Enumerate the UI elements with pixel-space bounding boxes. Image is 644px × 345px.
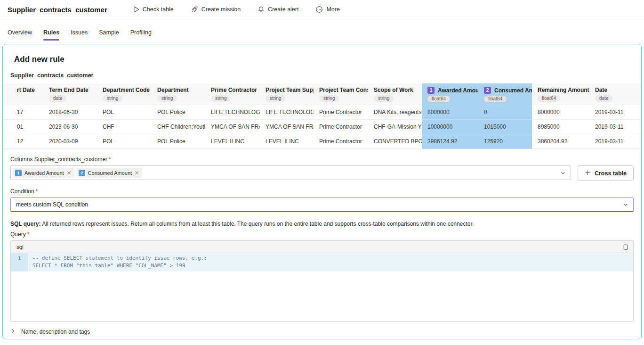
plus-icon xyxy=(585,170,591,177)
table-cell: Prime Contractor xyxy=(314,134,368,149)
column-type-badge: string xyxy=(319,95,339,102)
table-cell: 0 xyxy=(478,105,532,120)
tab-sample[interactable]: Sample xyxy=(99,29,119,41)
required-asterisk: * xyxy=(27,231,30,238)
column-type-badge: date xyxy=(49,95,66,102)
column-header: Term End Datedate xyxy=(43,83,97,105)
column-name: Remaining Amount xyxy=(538,87,589,93)
query-field-label: Query* xyxy=(10,231,634,238)
chip-label: Consumed Amount xyxy=(88,170,132,176)
more-circle-icon xyxy=(315,6,323,13)
page-title: Supplier_contracts_customer xyxy=(8,6,107,14)
table-cell: 2019-03-11 xyxy=(589,120,642,134)
column-header: Scope of Workstring xyxy=(368,83,422,105)
create-alert-button[interactable]: Create alert xyxy=(258,6,298,13)
cross-table-button[interactable]: Cross table xyxy=(578,165,634,181)
condition-select[interactable]: meets custom SQL condition xyxy=(10,197,634,212)
required-asterisk: * xyxy=(36,188,38,195)
column-name: Department Code xyxy=(103,87,150,93)
table-cell: DNA Kits, reagents xyxy=(368,105,422,120)
line-number: 1 xyxy=(11,253,28,271)
column-header: Project Team Supplierstring xyxy=(260,83,314,105)
tab-bar: Overview Rules Issues Sample Profiling xyxy=(0,29,644,41)
table-cell: Prime Contractor xyxy=(314,105,368,120)
table-cell: LEVEL II INC xyxy=(205,134,260,149)
column-name: Scope of Work xyxy=(374,87,413,93)
play-icon xyxy=(132,6,139,13)
table-cell: 3860204.92 xyxy=(532,134,589,149)
table-cell: YMCA OF SAN FRANC... xyxy=(260,120,314,134)
column-name: Prime Contractor xyxy=(211,87,257,93)
check-table-button[interactable]: Check table xyxy=(132,6,174,13)
table-cell: 2019-03-11 xyxy=(589,134,642,149)
tab-issues[interactable]: Issues xyxy=(71,29,88,41)
preview-table-header: rt DateTerm End DatedateDepartment Codes… xyxy=(3,83,642,105)
table-cell: 10000000 xyxy=(422,120,478,134)
sql-editor-body[interactable]: 1 -- define SELECT statement to identify… xyxy=(11,253,633,321)
table-cell: 2018-06-30 xyxy=(43,105,97,120)
table-row: 122020-03-09POLPOL PoliceLEVEL II INCLEV… xyxy=(3,134,642,149)
column-header: rt Date xyxy=(3,83,43,105)
create-mission-button[interactable]: Create mission xyxy=(191,6,241,13)
table-cell: 01 xyxy=(3,120,43,134)
column-type-badge: string xyxy=(374,95,394,102)
editor-language-label: sql xyxy=(16,244,24,250)
rocket-icon xyxy=(191,6,198,13)
preview-table-body: 172018-06-30POLPOL PoliceLIFE TECHNOLOGI… xyxy=(3,105,642,149)
column-type-badge: string xyxy=(266,95,285,102)
name-description-tags-expander[interactable]: Name, description and tags xyxy=(10,327,90,337)
column-name: Awarded Amount xyxy=(438,87,478,94)
column-type-badge: string xyxy=(211,95,231,102)
chevron-down-icon xyxy=(623,202,628,207)
table-cell: POL Police xyxy=(152,134,205,149)
chevron-right-icon xyxy=(10,329,16,335)
column-header: Remaining Amountfloat64 xyxy=(532,83,589,105)
chip-label: Awarded Amount xyxy=(24,170,64,176)
panel-heading: Add new rule xyxy=(14,55,634,64)
selected-column-chip: 2 Consumed Amount xyxy=(77,168,143,178)
table-cell: POL Police xyxy=(152,105,205,120)
condition-selected-value: meets custom SQL condition xyxy=(16,201,88,208)
table-row: 012023-06-30CHFCHF Children;Youth & ...Y… xyxy=(3,120,642,134)
bell-icon xyxy=(258,6,265,13)
code-line: 1 -- define SELECT statement to identify… xyxy=(11,253,633,271)
table-cell: 12 xyxy=(3,134,43,149)
column-type-badge: string xyxy=(157,95,177,102)
table-cell: 2019-03-11 xyxy=(589,105,642,120)
tab-profiling[interactable]: Profiling xyxy=(130,29,152,41)
column-type-badge: float64 xyxy=(484,96,507,102)
column-name: Project Team Constit... xyxy=(319,87,368,93)
table-name-label: Supplier_contracts_customer xyxy=(10,72,634,79)
column-number-badge: 1 xyxy=(427,87,435,94)
table-cell: YMCA OF SAN FRANC... xyxy=(205,120,260,134)
table-cell: 8000000 xyxy=(422,105,478,120)
columns-field-label: Columns Supplier_contracts_customer* xyxy=(10,156,634,163)
chevron-down-icon[interactable] xyxy=(560,170,566,176)
tab-overview[interactable]: Overview xyxy=(8,29,32,41)
table-cell: 17 xyxy=(3,105,43,120)
sql-query-description: SQL query: All returned rows represent i… xyxy=(10,221,634,227)
more-button[interactable]: More xyxy=(315,6,339,13)
table-cell: 125920 xyxy=(478,134,532,149)
table-cell: LIFE TECHNOLOGIES C... xyxy=(205,105,260,120)
column-name: Project Team Supplier xyxy=(266,87,314,93)
table-cell: POL xyxy=(97,134,152,149)
remove-chip-icon[interactable] xyxy=(67,171,71,175)
remove-chip-icon[interactable] xyxy=(135,171,139,175)
column-name: Term End Date xyxy=(49,87,89,93)
sql-editor-header: sql xyxy=(11,241,633,253)
table-cell: 1015000 xyxy=(478,120,532,134)
column-header: 2Consumed Amo...float64 xyxy=(478,83,532,105)
tab-rules[interactable]: Rules xyxy=(43,29,59,41)
chip-number-badge: 2 xyxy=(79,170,85,176)
column-type-badge: float64 xyxy=(427,96,450,102)
columns-multiselect-input[interactable]: 1 Awarded Amount 2 Consumed Amount xyxy=(10,165,571,180)
preview-table: rt DateTerm End DatedateDepartment Codes… xyxy=(3,83,642,149)
sql-editor: sql 1 -- define SELECT statement to iden… xyxy=(10,240,634,322)
table-cell: 3986124.92 xyxy=(422,134,478,149)
column-header: Datedate xyxy=(589,83,642,105)
column-type-badge: float64 xyxy=(538,95,560,102)
table-cell: 8985000 xyxy=(532,120,589,134)
toolbar: Check table Create mission Create alert … xyxy=(132,6,340,13)
copy-icon[interactable] xyxy=(622,243,628,250)
